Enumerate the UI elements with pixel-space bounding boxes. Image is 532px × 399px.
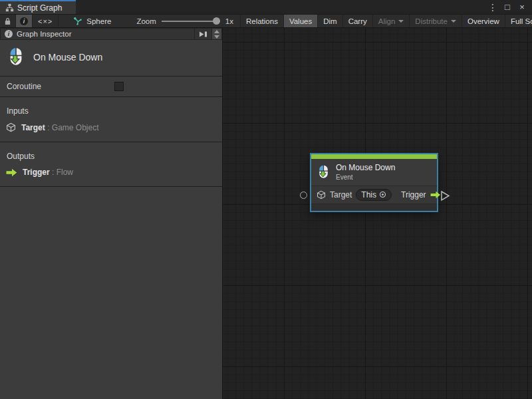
- dock-panel-button[interactable]: [194, 29, 211, 39]
- title-bar: Script Graph ⋮ □ ×: [0, 0, 532, 14]
- tab-script-graph[interactable]: Script Graph: [0, 0, 76, 14]
- graph-toolbar: i <×> Sphere Zoom 1x Relations Values Di…: [0, 14, 532, 28]
- node-trigger-label: Trigger: [401, 190, 426, 200]
- info-icon: i: [5, 30, 13, 38]
- window-controls: ⋮ □ ×: [487, 0, 532, 14]
- overview-button[interactable]: Overview: [462, 15, 505, 27]
- info-icon: i: [20, 17, 28, 25]
- spinner-up-icon: [214, 30, 219, 33]
- lock-button[interactable]: [0, 15, 16, 27]
- inputs-section: Inputs Target : Game Object: [0, 97, 222, 142]
- zoom-control: Zoom 1x: [118, 15, 240, 27]
- relations-button[interactable]: Relations: [240, 15, 283, 27]
- inspector-empty-area: [0, 187, 222, 399]
- code-icon: <×>: [38, 17, 53, 25]
- outputs-header: Outputs: [0, 148, 222, 166]
- flow-arrow-icon: [430, 191, 441, 199]
- lock-icon: [4, 17, 11, 25]
- inputs-header: Inputs: [0, 102, 222, 121]
- script-graph-icon: [5, 3, 14, 12]
- node-output-port[interactable]: [440, 190, 450, 201]
- target-value-chip[interactable]: This: [356, 189, 392, 201]
- inspector-title: Graph Inspector: [17, 30, 71, 38]
- coroutine-label: Coroutine: [7, 82, 41, 91]
- node-ports-row: Target This Trigger: [311, 186, 437, 203]
- tab-label: Script Graph: [17, 3, 62, 13]
- input-port-type: : Game Object: [47, 123, 98, 132]
- panel-spinner[interactable]: [211, 29, 221, 39]
- unit-header: On Mouse Down: [0, 40, 222, 76]
- full-screen-button[interactable]: Full Screen: [505, 15, 532, 27]
- dropdown-arrow-icon: [398, 20, 404, 23]
- node-subtitle: Event: [336, 174, 395, 181]
- target-picker-icon: [379, 191, 386, 198]
- graph-canvas[interactable]: On Mouse Down Event Target This: [223, 28, 532, 399]
- game-object-cube-icon: [6, 122, 16, 132]
- edit-source-button[interactable]: <×>: [33, 15, 59, 27]
- input-port-name: Target: [21, 123, 45, 132]
- zoom-slider[interactable]: [162, 14, 220, 28]
- dock-icon: [199, 31, 207, 38]
- zoom-value: 1x: [225, 17, 233, 25]
- outputs-section: Outputs Trigger : Flow: [0, 142, 222, 186]
- align-button[interactable]: Align: [372, 15, 410, 27]
- mouse-down-icon: [7, 47, 25, 68]
- distribute-button[interactable]: Distribute: [409, 15, 462, 27]
- flow-arrow-icon: [6, 168, 17, 177]
- node-footer: [311, 203, 437, 211]
- dropdown-arrow-icon: [451, 20, 456, 23]
- toolbar-actions: Relations Values Dim Carry Align Distrib…: [240, 15, 532, 27]
- zoom-slider-track: [162, 21, 220, 22]
- node-title: On Mouse Down: [336, 163, 395, 172]
- coroutine-checkbox[interactable]: [114, 82, 124, 91]
- inspector-header: i Graph Inspector: [0, 28, 222, 40]
- graph-breadcrumb-label: Sphere: [86, 17, 111, 25]
- zoom-label: Zoom: [136, 17, 156, 25]
- mouse-down-icon: [317, 164, 331, 180]
- carry-button[interactable]: Carry: [342, 15, 372, 27]
- values-button[interactable]: Values: [283, 15, 317, 27]
- close-icon[interactable]: ×: [516, 1, 528, 13]
- unit-title: On Mouse Down: [33, 52, 102, 63]
- maximize-icon[interactable]: □: [501, 1, 513, 13]
- zoom-slider-handle[interactable]: [213, 17, 220, 25]
- event-color-bar: [311, 154, 437, 159]
- spinner-down-icon: [214, 35, 219, 39]
- input-port-row: Target : Game Object: [0, 121, 222, 135]
- output-port-row: Trigger : Flow: [0, 166, 222, 180]
- dim-button[interactable]: Dim: [317, 15, 342, 27]
- window-menu-icon[interactable]: ⋮: [487, 1, 499, 13]
- node-target-label: Target: [330, 190, 352, 200]
- main-area: i Graph Inspector: [0, 28, 532, 399]
- on-mouse-down-node[interactable]: On Mouse Down Event Target This: [310, 153, 438, 212]
- coroutine-row: Coroutine: [0, 76, 222, 96]
- graph-breadcrumb[interactable]: Sphere: [59, 15, 118, 27]
- node-header: On Mouse Down Event: [311, 159, 437, 186]
- output-port-type: : Flow: [52, 168, 73, 177]
- game-object-cube-icon: [317, 190, 326, 200]
- target-value: This: [361, 190, 376, 200]
- graph-node-icon: [73, 17, 82, 26]
- inspector-toggle-button[interactable]: i: [16, 15, 33, 27]
- output-port-name: Trigger: [23, 168, 50, 177]
- node-input-port[interactable]: [300, 192, 307, 199]
- graph-inspector-panel: i Graph Inspector: [0, 28, 223, 399]
